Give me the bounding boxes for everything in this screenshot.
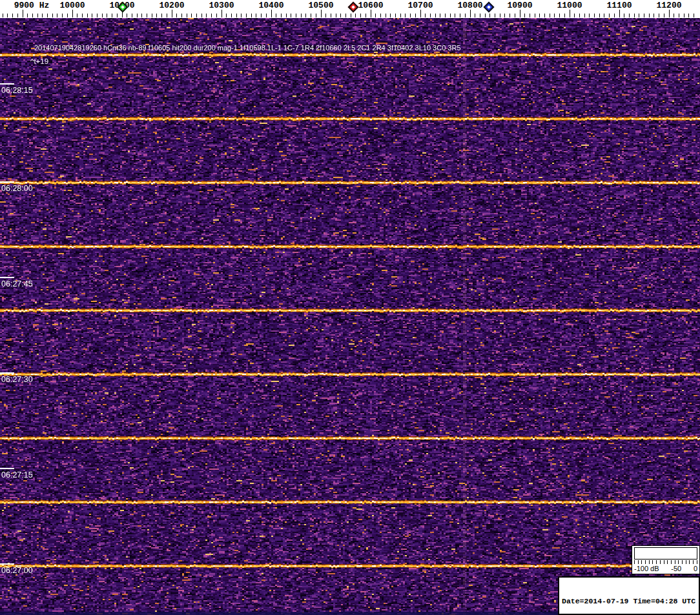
axis-minor-tick — [535, 14, 535, 17]
axis-minor-tick — [42, 14, 43, 17]
axis-minor-tick — [17, 14, 18, 17]
axis-minor-tick — [410, 14, 411, 17]
axis-minor-tick — [201, 14, 202, 17]
time-axis-tick — [0, 372, 14, 374]
axis-minor-tick — [365, 14, 366, 17]
axis-minor-tick — [137, 14, 138, 17]
axis-minor-tick — [161, 14, 162, 17]
colorbar-mid-label: -50 — [671, 564, 681, 573]
axis-minor-tick — [688, 14, 689, 17]
axis-minor-tick — [400, 14, 401, 17]
axis-major-tick — [321, 10, 322, 17]
axis-major-tick — [470, 10, 471, 17]
axis-minor-tick — [82, 14, 83, 17]
axis-minor-tick — [694, 14, 694, 17]
marker-red-center — [351, 5, 355, 9]
axis-minor-tick — [286, 14, 287, 17]
axis-minor-tick — [251, 14, 252, 17]
axis-minor-tick — [97, 14, 98, 17]
axis-minor-tick — [664, 14, 664, 17]
axis-minor-tick — [216, 14, 217, 17]
axis-minor-tick — [176, 14, 177, 17]
axis-minor-tick — [450, 14, 451, 17]
axis-minor-tick — [465, 14, 466, 17]
axis-minor-tick — [316, 14, 316, 17]
axis-minor-tick — [52, 14, 53, 17]
axis-major-tick — [72, 10, 73, 17]
axis-minor-tick — [679, 14, 679, 17]
axis-minor-tick — [654, 14, 654, 17]
axis-minor-tick — [67, 14, 68, 17]
axis-frequency-label: 11100 — [606, 1, 632, 10]
axis-minor-tick — [3, 14, 3, 17]
axis-minor-tick — [594, 14, 595, 17]
marker-red[interactable] — [348, 2, 359, 13]
axis-minor-tick — [127, 14, 127, 17]
axis-frequency-label: 10800 — [457, 1, 482, 10]
axis-minor-tick — [132, 14, 132, 17]
marker-blue[interactable] — [484, 2, 495, 13]
axis-minor-tick — [430, 14, 431, 17]
axis-minor-tick — [504, 14, 505, 17]
axis-minor-tick — [415, 14, 416, 17]
axis-minor-tick — [102, 14, 103, 17]
axis-minor-tick — [445, 14, 446, 17]
axis-frequency-label: 10200 — [159, 1, 184, 10]
time-axis-label: 06:27:15 — [1, 470, 33, 479]
axis-minor-tick — [325, 14, 326, 17]
axis-minor-tick — [92, 14, 92, 17]
axis-minor-tick — [345, 14, 346, 17]
axis-minor-tick — [261, 14, 262, 17]
axis-minor-tick — [112, 14, 112, 17]
axis-minor-tick — [375, 14, 376, 17]
axis-frequency-label: 10600 — [358, 1, 383, 10]
axis-minor-tick — [550, 14, 550, 17]
axis-minor-tick — [624, 14, 624, 17]
axis-minor-tick — [117, 14, 118, 17]
axis-major-tick — [520, 10, 520, 17]
axis-minor-tick — [659, 14, 659, 17]
axis-minor-tick — [405, 14, 406, 17]
axis-minor-tick — [510, 14, 510, 17]
marker-blue-center — [487, 5, 491, 9]
axis-minor-tick — [57, 14, 57, 17]
axis-major-tick — [221, 10, 222, 17]
axis-minor-tick — [156, 14, 157, 17]
axis-minor-tick — [196, 14, 197, 17]
axis-minor-tick — [485, 14, 486, 17]
axis-minor-tick — [539, 14, 540, 17]
axis-minor-tick — [296, 14, 296, 17]
axis-minor-tick — [495, 14, 495, 17]
axis-major-tick — [570, 10, 570, 17]
axis-minor-tick — [530, 14, 530, 17]
axis-minor-tick — [604, 14, 604, 17]
axis-minor-tick — [266, 14, 267, 17]
axis-minor-tick — [226, 14, 227, 17]
info-date-time: Date=2014-07-19 Time=04:28 UTC — [562, 597, 696, 606]
axis-minor-tick — [301, 14, 302, 17]
axis-minor-tick — [256, 14, 256, 17]
axis-minor-tick — [425, 14, 426, 17]
spectrogram-waterfall-canvas[interactable] — [0, 18, 700, 615]
axis-frequency-label: 10000 — [59, 1, 85, 10]
axis-minor-tick — [639, 14, 639, 17]
axis-minor-tick — [311, 14, 311, 17]
axis-minor-tick — [107, 14, 107, 17]
axis-minor-tick — [489, 14, 490, 17]
axis-frequency-label: 10900 — [507, 1, 532, 10]
axis-major-tick — [371, 10, 371, 17]
axis-minor-tick — [37, 14, 38, 17]
time-axis-label: 06:27:00 — [1, 566, 33, 575]
axis-minor-tick — [475, 14, 475, 17]
axis-minor-tick — [435, 14, 436, 17]
axis-minor-tick — [7, 14, 8, 17]
detection-readout-text: 20140719042819260 hCnt36 nb-89 f10605 hi… — [34, 44, 461, 52]
axis-frequency-label: 9900 Hz — [14, 1, 50, 10]
axis-major-tick — [619, 10, 620, 17]
axis-minor-tick — [460, 14, 460, 17]
axis-minor-tick — [331, 14, 331, 17]
colorbar-gradient — [634, 547, 697, 560]
axis-minor-tick — [634, 14, 635, 17]
time-axis-tick — [0, 563, 14, 565]
axis-minor-tick — [544, 14, 545, 17]
